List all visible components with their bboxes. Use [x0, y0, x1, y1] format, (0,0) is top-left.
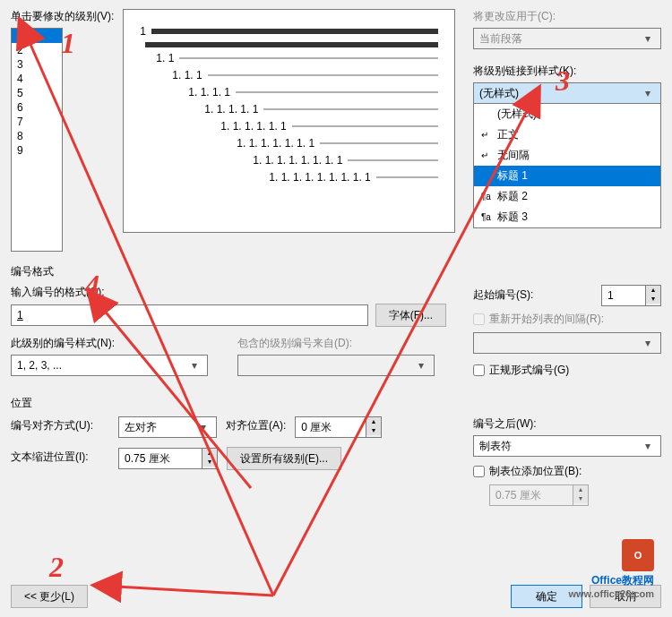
- follownum-label: 编号之后(W):: [473, 416, 661, 432]
- chevron-down-icon: ▾: [641, 337, 655, 349]
- level-item[interactable]: 2: [12, 43, 62, 57]
- restart-check-label: 重新开始列表的间隔(R):: [489, 312, 604, 327]
- restart-checkbox: [473, 313, 485, 325]
- office-logo-icon: O: [622, 539, 654, 571]
- link-style-option[interactable]: ¶a标题 2: [474, 186, 660, 207]
- numformat-input-label: 输入编号的格式(O):: [11, 285, 446, 300]
- link-style-option[interactable]: 标题 1: [474, 166, 660, 186]
- tabstop-spinner: ▴▾: [489, 484, 661, 506]
- preview-line: [140, 42, 438, 47]
- preview-line: 1. 1. 1: [172, 69, 438, 81]
- spin-up-icon[interactable]: ▴: [202, 449, 217, 458]
- link-style-value: (无样式): [479, 86, 519, 101]
- indent-label: 文本缩进位置(I):: [11, 450, 109, 465]
- numstyle-combo[interactable]: 1, 2, 3, ... ▾: [11, 355, 208, 376]
- indent-input[interactable]: [118, 448, 202, 469]
- include-label: 包含的级别编号来自(D):: [237, 336, 446, 351]
- preview-line: 1. 1. 1. 1. 1. 1. 1. 1. 1: [269, 171, 438, 184]
- watermark: O Office教程网 www.office26.com: [568, 539, 654, 599]
- startat-input[interactable]: [601, 285, 646, 306]
- numformat-section-title: 编号格式: [11, 264, 661, 279]
- tabstop-checkbox-row[interactable]: 制表位添加位置(B):: [473, 464, 661, 479]
- preview-line: 1. 1. 1. 1. 1: [204, 103, 438, 116]
- align-label: 编号对齐方式(U):: [11, 418, 109, 433]
- level-item[interactable]: 4: [12, 72, 62, 86]
- link-style-dropdown[interactable]: (无样式)↵正文↵无间隔标题 1¶a标题 2¶a标题 3: [473, 103, 661, 228]
- formal-check-label: 正规形式编号(G): [489, 363, 569, 378]
- spin-up-icon: ▴: [573, 485, 588, 494]
- level-listbox[interactable]: 123456789: [11, 28, 63, 252]
- spin-up-icon[interactable]: ▴: [366, 417, 381, 426]
- apply-to-combo: 当前段落 ▾: [473, 28, 661, 49]
- spin-down-icon[interactable]: ▾: [366, 426, 381, 435]
- level-list-label: 单击要修改的级别(V):: [11, 9, 114, 24]
- level-item[interactable]: 6: [12, 100, 62, 115]
- alignat-label: 对齐位置(A):: [226, 418, 286, 433]
- restart-checkbox-row: 重新开始列表的间隔(R):: [473, 312, 661, 327]
- chevron-down-icon[interactable]: ▾: [641, 440, 655, 452]
- link-style-option[interactable]: ¶a标题 3: [474, 207, 660, 227]
- align-value: 左对齐: [125, 420, 157, 435]
- formal-checkbox[interactable]: [473, 364, 485, 376]
- chevron-down-icon[interactable]: ▾: [641, 87, 655, 99]
- preview-line: 1. 1. 1. 1. 1. 1. 1: [237, 137, 438, 150]
- chevron-down-icon: ▾: [414, 359, 428, 372]
- tabstop-checkbox[interactable]: [473, 466, 485, 477]
- follownum-combo[interactable]: 制表符 ▾: [473, 435, 661, 457]
- watermark-url: www.office26.com: [568, 588, 654, 599]
- formal-checkbox-row[interactable]: 正规形式编号(G): [473, 363, 661, 378]
- tabstop-check-label: 制表位添加位置(B):: [489, 464, 582, 479]
- numformat-input[interactable]: [11, 304, 368, 326]
- follownum-value: 制表符: [479, 439, 512, 454]
- multilevel-list-dialog: 单击要修改的级别(V): 123456789 11. 11. 1. 11. 1.…: [0, 0, 672, 617]
- preview-line: 1. 1: [156, 52, 438, 64]
- preview-pane: 11. 11. 1. 11. 1. 1. 11. 1. 1. 1. 11. 1.…: [123, 9, 455, 233]
- level-item[interactable]: 3: [12, 57, 62, 72]
- spin-down-icon[interactable]: ▾: [202, 458, 217, 467]
- chevron-down-icon: ▾: [641, 32, 655, 45]
- level-item[interactable]: 5: [12, 86, 62, 100]
- preview-line: 1. 1. 1. 1. 1. 1: [220, 120, 438, 133]
- alignat-spinner[interactable]: ▴▾: [295, 416, 382, 438]
- set-all-levels-button[interactable]: 设置所有级别(E)...: [227, 447, 341, 470]
- link-style-combo[interactable]: (无样式) ▾: [473, 82, 661, 104]
- align-combo[interactable]: 左对齐 ▾: [118, 416, 217, 438]
- numstyle-value: 1, 2, 3, ...: [17, 359, 62, 372]
- spin-down-icon[interactable]: ▾: [646, 295, 660, 304]
- level-item[interactable]: 8: [12, 129, 62, 143]
- preview-line: 1. 1. 1. 1: [188, 86, 438, 99]
- apply-to-value: 当前段落: [479, 31, 522, 47]
- startat-spinner[interactable]: ▴▾: [601, 285, 661, 306]
- preview-line: 1: [140, 25, 438, 38]
- indent-spinner[interactable]: ▴▾: [118, 448, 218, 469]
- apply-to-label: 将更改应用于(C):: [473, 9, 661, 24]
- preview-line: 1. 1. 1. 1. 1. 1. 1. 1: [253, 154, 438, 167]
- include-combo: ▾: [237, 355, 435, 376]
- chevron-down-icon[interactable]: ▾: [187, 359, 202, 372]
- font-button[interactable]: 字体(F)...: [375, 304, 446, 327]
- level-item[interactable]: 7: [12, 115, 62, 129]
- link-style-option[interactable]: (无样式): [474, 104, 660, 124]
- tabstop-input: [489, 484, 573, 506]
- watermark-text: Office教程网: [591, 573, 654, 588]
- link-style-option[interactable]: ↵正文: [474, 124, 660, 145]
- spin-up-icon[interactable]: ▴: [646, 286, 660, 295]
- startat-label: 起始编号(S):: [473, 287, 594, 303]
- restart-combo: ▾: [473, 332, 661, 354]
- alignat-input[interactable]: [295, 416, 366, 438]
- numstyle-label: 此级别的编号样式(N):: [11, 336, 220, 351]
- level-item[interactable]: 9: [12, 143, 62, 158]
- spin-down-icon: ▾: [573, 494, 588, 503]
- less-button[interactable]: << 更少(L): [11, 585, 88, 608]
- link-style-option[interactable]: ↵无间隔: [474, 145, 660, 166]
- link-style-label: 将级别链接到样式(K):: [473, 64, 661, 79]
- level-item[interactable]: 1: [12, 29, 62, 43]
- position-section-title: 位置: [11, 396, 661, 411]
- chevron-down-icon[interactable]: ▾: [196, 421, 211, 433]
